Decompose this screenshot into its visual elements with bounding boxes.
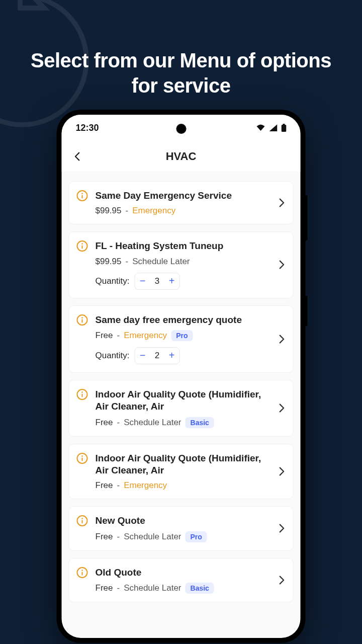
service-card[interactable]: New Quote Free - Schedule Later Pro (69, 506, 294, 550)
status-time: 12:30 (76, 123, 99, 133)
service-badge: Basic (186, 417, 214, 428)
service-card[interactable]: Old Quote Free - Schedule Later Basic (69, 558, 294, 602)
chevron-right-icon (276, 403, 287, 414)
info-icon[interactable] (76, 515, 88, 527)
quantity-stepper: − 2 + (135, 347, 180, 364)
service-price: Free (96, 532, 113, 542)
service-schedule: Emergency (124, 480, 167, 491)
service-badge: Pro (171, 330, 193, 341)
chevron-right-icon (276, 523, 287, 534)
info-icon[interactable] (76, 190, 88, 202)
info-icon[interactable] (76, 240, 88, 252)
svg-point-12 (81, 391, 83, 393)
service-badge: Pro (186, 531, 207, 542)
info-icon[interactable] (76, 452, 88, 464)
svg-rect-10 (82, 319, 83, 323)
separator: - (117, 480, 120, 491)
service-price: Free (96, 480, 113, 491)
svg-rect-13 (82, 393, 83, 397)
service-card[interactable]: Same Day Emergency Service $99.95 - Emer… (69, 181, 294, 224)
service-meta: $99.95 - Schedule Later (96, 257, 271, 267)
info-icon[interactable] (76, 388, 88, 400)
svg-point-15 (81, 455, 83, 457)
svg-rect-7 (82, 246, 83, 249)
service-meta: Free - Emergency (96, 480, 271, 491)
service-card[interactable]: Indoor Air Quality Quote (Humidifier, Ai… (69, 444, 294, 500)
service-price: Free (96, 583, 113, 593)
svg-point-6 (81, 244, 83, 245)
service-title: Same Day Emergency Service (96, 190, 271, 202)
service-meta: Free - Schedule Later Basic (96, 583, 271, 594)
quantity-decrease[interactable]: − (135, 348, 150, 364)
separator: - (117, 418, 120, 428)
battery-icon (282, 124, 287, 132)
chevron-right-icon (276, 575, 287, 586)
service-schedule: Emergency (132, 206, 175, 216)
service-meta: Free - Emergency Pro (96, 330, 271, 341)
svg-point-3 (81, 193, 83, 194)
quantity-row: Quantity: − 2 + (96, 347, 271, 364)
phone-side-button (305, 195, 308, 240)
back-button[interactable] (69, 147, 87, 166)
separator: - (126, 206, 129, 216)
service-meta: $99.95 - Emergency (96, 206, 271, 216)
info-icon[interactable] (76, 567, 88, 579)
phone-side-button (305, 296, 308, 326)
service-schedule: Schedule Later (124, 583, 181, 593)
info-icon[interactable] (76, 314, 88, 326)
service-meta: Free - Schedule Later Basic (96, 417, 271, 428)
svg-rect-16 (82, 457, 83, 461)
svg-rect-0 (283, 124, 285, 125)
phone-screen: 12:30 HVAC Same Day (62, 115, 301, 638)
service-title: Old Quote (96, 567, 271, 579)
service-card[interactable]: Same day free emergency quote Free - Eme… (69, 305, 294, 373)
camera-hole (176, 124, 186, 134)
quantity-value: 2 (150, 351, 164, 361)
service-card[interactable]: FL - Heating System Tuneup $99.95 - Sche… (69, 231, 294, 298)
service-title: Indoor Air Quality Quote (Humidifier, Ai… (96, 388, 271, 413)
service-meta: Free - Schedule Later Pro (96, 531, 271, 542)
service-schedule: Emergency (124, 331, 167, 341)
service-list: Same Day Emergency Service $99.95 - Emer… (62, 172, 301, 602)
quantity-increase[interactable]: + (164, 273, 179, 289)
svg-point-21 (81, 570, 83, 571)
chevron-left-icon (72, 151, 83, 162)
service-price: $99.95 (96, 206, 122, 216)
separator: - (117, 583, 120, 593)
quantity-stepper: − 3 + (135, 273, 180, 290)
service-price: Free (96, 331, 113, 341)
service-title: Same day free emergency quote (96, 314, 271, 326)
quantity-row: Quantity: − 3 + (96, 273, 271, 290)
svg-rect-19 (82, 520, 83, 524)
service-schedule: Schedule Later (132, 257, 190, 267)
service-schedule: Schedule Later (124, 532, 181, 542)
page-title: HVAC (166, 150, 197, 163)
service-price: Free (96, 418, 113, 428)
svg-rect-22 (82, 572, 83, 575)
quantity-value: 3 (150, 276, 164, 286)
separator: - (126, 257, 129, 267)
chevron-right-icon (276, 466, 287, 477)
separator: - (117, 331, 120, 341)
chevron-right-icon (276, 197, 287, 208)
wifi-icon (256, 124, 265, 131)
quantity-label: Quantity: (96, 276, 130, 286)
service-title: New Quote (96, 515, 271, 527)
quantity-label: Quantity: (96, 351, 130, 361)
svg-rect-1 (282, 125, 287, 132)
quantity-decrease[interactable]: − (135, 273, 150, 289)
svg-rect-4 (82, 195, 83, 199)
service-price: $99.95 (96, 257, 122, 267)
service-badge: Basic (186, 583, 214, 594)
separator: - (117, 532, 120, 542)
page-headline: Select from our Menu of options for serv… (0, 48, 362, 98)
app-bar: HVAC (62, 141, 301, 172)
service-title: Indoor Air Quality Quote (Humidifier, Ai… (96, 452, 271, 477)
svg-point-18 (81, 518, 83, 519)
cell-signal-icon (269, 124, 278, 131)
quantity-increase[interactable]: + (164, 348, 179, 364)
service-schedule: Schedule Later (124, 418, 181, 428)
svg-point-9 (81, 317, 83, 318)
chevron-right-icon (276, 334, 287, 345)
service-card[interactable]: Indoor Air Quality Quote (Humidifier, Ai… (69, 380, 294, 437)
